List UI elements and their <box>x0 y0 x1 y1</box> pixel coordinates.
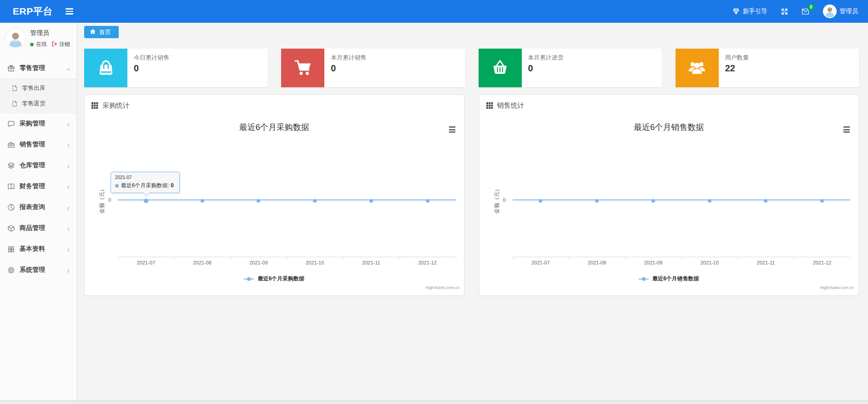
tooltip-header: 2021-07 <box>115 175 175 180</box>
sidebar-item-row-system[interactable]: 系统管理 <box>0 259 77 280</box>
data-point[interactable] <box>595 199 599 203</box>
panel-purchase-stats: 采购统计最近6个月采购数据金额（元）02021-072021-082021-09… <box>84 95 464 296</box>
data-point[interactable] <box>201 199 204 203</box>
x-axis-tick <box>343 257 343 259</box>
sidebar-item-label: 系统管理 <box>20 266 45 274</box>
stat-card-body: 用户数量22 <box>719 49 755 87</box>
panel-sales-stats: 销售统计最近6个月销售数据金额（元）02021-072021-082021-09… <box>479 95 859 296</box>
x-axis-label: 2021-08 <box>569 260 625 265</box>
comment-icon <box>7 120 15 128</box>
breadcrumb-tab-home[interactable]: 首页 <box>84 26 119 38</box>
data-point[interactable] <box>426 199 429 203</box>
avatar <box>823 5 837 18</box>
x-axis-tick <box>738 257 738 259</box>
stat-card-user-count: 用户数量22 <box>676 49 859 87</box>
guide-link[interactable]: 新手引导 <box>732 7 767 15</box>
chart-credits-link[interactable]: Highcharts.com.cn <box>820 285 854 290</box>
chart-menu-button[interactable] <box>842 125 851 134</box>
chart-title: 最近6个月采购数据 <box>85 122 464 133</box>
sidebar-item-finance[interactable]: 财务管理 <box>0 176 77 197</box>
stat-card-label: 本月累计销售 <box>331 54 366 62</box>
sidebar-item-row-goods[interactable]: 商品管理 <box>0 218 77 239</box>
message-count-badge: 0 <box>808 4 814 10</box>
data-point[interactable] <box>369 199 373 203</box>
sidebar-item-reports[interactable]: 报表查询 <box>0 197 77 218</box>
stat-card-value: 0 <box>528 63 564 74</box>
x-axis-label: 2021-12 <box>399 260 456 265</box>
cart-icon <box>292 56 314 80</box>
stat-card-value: 0 <box>331 63 366 74</box>
sidebar-item-row-basic-data[interactable]: 基本资料 <box>0 239 77 259</box>
data-point[interactable] <box>313 199 317 203</box>
sidebar-item-warehouse[interactable]: 仓库管理 <box>0 155 77 176</box>
x-axis-tick <box>794 257 794 259</box>
x-axis-labels: 2021-072021-082021-092021-102021-112021-… <box>118 260 456 265</box>
fullscreen-button[interactable] <box>781 8 788 15</box>
legend-marker <box>244 279 254 279</box>
sidebar-subitem-label: 零售退货 <box>22 100 45 108</box>
chevron-down-icon <box>66 66 71 71</box>
x-axis-label: 2021-09 <box>231 260 287 265</box>
panel-header-purchase-stats: 采购统计 <box>85 95 464 116</box>
data-point[interactable] <box>539 199 542 203</box>
sidebar-item-row-sales[interactable]: 销售管理 <box>0 134 77 155</box>
user-menu[interactable]: 管理员 <box>823 5 858 18</box>
sidebar: 管理员 在线 注销 零售管理零售出库零售退货采购管理销售管理仓库管理财务管理 <box>0 23 77 400</box>
online-status-label: 在线 <box>36 40 47 48</box>
expand-arrows-icon <box>781 8 788 15</box>
chart-credits-link[interactable]: Highcharts.com.cn <box>425 285 459 290</box>
gift-icon <box>7 65 15 72</box>
x-axis-label: 2021-09 <box>625 260 681 265</box>
sidebar-item-row-reports[interactable]: 报表查询 <box>0 197 77 218</box>
sidebar-item-retail[interactable]: 零售管理零售出库零售退货 <box>0 58 77 113</box>
series-color-dot <box>115 184 119 188</box>
sidebar-item-system[interactable]: 系统管理 <box>0 259 77 280</box>
data-point[interactable] <box>651 199 655 203</box>
y-axis-tick-label: 0 <box>479 197 506 203</box>
chart-tooltip: 2021-07最近6个月采购数据: 0 <box>111 172 180 193</box>
sidebar-item-retail-return[interactable]: 零售退货 <box>0 96 77 111</box>
x-axis-tick <box>850 257 851 259</box>
x-axis-tick <box>681 257 682 259</box>
sidebar-toggle-button[interactable] <box>63 5 76 17</box>
sidebar-item-goods[interactable]: 商品管理 <box>0 218 77 239</box>
sidebar-item-row-finance[interactable]: 财务管理 <box>0 176 77 197</box>
logout-link[interactable]: 注销 <box>51 40 70 48</box>
chart-panels-row: 采购统计最近6个月采购数据金额（元）02021-072021-082021-09… <box>84 95 859 296</box>
series-line <box>513 200 851 200</box>
data-point[interactable] <box>820 199 824 203</box>
layers-icon <box>7 162 15 170</box>
sidebar-item-retail-outbound[interactable]: 零售出库 <box>0 80 77 96</box>
x-axis-label: 2021-10 <box>681 260 738 265</box>
sidebar-item-basic-data[interactable]: 基本资料 <box>0 239 77 259</box>
panel-header-sales-stats: 销售统计 <box>479 95 859 116</box>
sidebar-item-row-retail[interactable]: 零售管理 <box>0 58 77 79</box>
panel-title: 销售统计 <box>497 101 525 110</box>
data-point[interactable] <box>708 199 712 203</box>
sidebar-menu: 零售管理零售出库零售退货采购管理销售管理仓库管理财务管理报表查询商品管理基本资料… <box>0 58 77 280</box>
x-axis-label: 2021-12 <box>794 260 850 265</box>
home-icon <box>90 29 96 36</box>
messages-button[interactable]: 0 <box>802 8 809 15</box>
chart-sales-stats: 最近6个月销售数据金额（元）02021-072021-082021-092021… <box>479 116 859 295</box>
sidebar-item-row-purchase[interactable]: 采购管理 <box>0 113 77 134</box>
sidebar-item-label: 商品管理 <box>20 224 45 232</box>
chart-menu-button[interactable] <box>448 125 457 134</box>
data-point[interactable] <box>144 199 148 203</box>
file-icon <box>11 100 18 107</box>
sidebar-item-row-warehouse[interactable]: 仓库管理 <box>0 155 77 176</box>
legend-item[interactable]: 最近6个月采购数据 <box>85 275 464 283</box>
data-point[interactable] <box>764 199 767 203</box>
stat-card-value: 0 <box>134 63 169 74</box>
diamond-icon <box>732 8 740 15</box>
sidebar-user-panel: 管理员 在线 注销 <box>0 23 77 55</box>
chevron-left-icon <box>66 226 71 231</box>
legend-item[interactable]: 最近6个月销售数据 <box>479 275 859 283</box>
chevron-left-icon <box>66 184 71 189</box>
data-point[interactable] <box>257 199 260 203</box>
stat-cards-row: 今日累计销售0本月累计销售0本月累计进货0用户数量22 <box>84 49 859 87</box>
sidebar-item-purchase[interactable]: 采购管理 <box>0 113 77 134</box>
legend-label: 最近6个月采购数据 <box>257 275 304 283</box>
stat-card-month-purchase: 本月累计进货0 <box>479 49 662 87</box>
sidebar-item-sales[interactable]: 销售管理 <box>0 134 77 155</box>
